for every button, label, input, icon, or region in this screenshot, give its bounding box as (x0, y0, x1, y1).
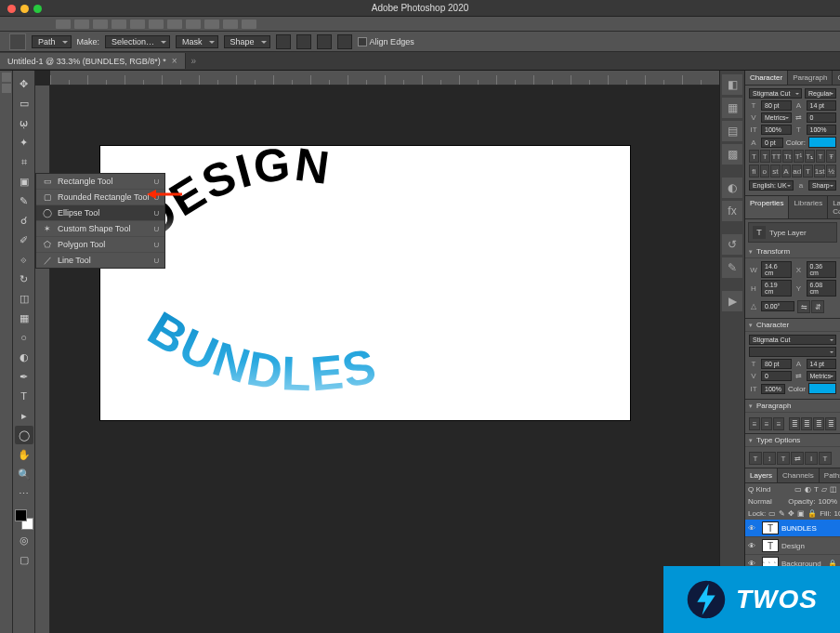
flip-h-icon[interactable]: ⇋ (797, 300, 810, 313)
vscale-field[interactable]: 100% (761, 125, 792, 135)
comments-panel-icon[interactable]: ✎ (722, 257, 742, 278)
font-size-field[interactable]: 80 pt (761, 100, 792, 111)
make-selection-button[interactable]: Selection… (105, 35, 170, 48)
prop-font-select[interactable]: Stigmata Cut (749, 335, 836, 345)
tab-properties[interactable]: Properties (745, 196, 789, 218)
kerning-select[interactable]: Metrics (761, 112, 792, 123)
gradient-tool[interactable]: ▦ (15, 309, 33, 327)
antialias-select[interactable]: Sharp (808, 180, 836, 191)
eye-icon[interactable]: 👁 (748, 524, 759, 533)
screen-mode[interactable]: ▢ (15, 550, 33, 569)
prop-style-select[interactable] (749, 347, 836, 357)
prop-tracking-field[interactable]: 0 (761, 371, 792, 381)
path-arrange[interactable] (317, 34, 332, 49)
gradient-panel-icon[interactable]: ▤ (722, 121, 742, 141)
adjustments-panel-icon[interactable]: ◐ (722, 178, 742, 198)
eraser-tool[interactable]: ◫ (15, 289, 33, 308)
character-panel-tabs[interactable]: Character Paragraph Glyphs (745, 71, 840, 86)
typeoptions-buttons[interactable]: T↕T⇄IT (749, 452, 836, 465)
make-mask-button[interactable]: Mask (176, 35, 218, 48)
swatches-panel-icon[interactable]: ▦ (722, 98, 742, 118)
crop-tool[interactable]: ⌗ (15, 152, 33, 171)
document-tab[interactable]: Untitled-1 @ 33.3% (BUNDLES, RGB/8*) *× (0, 53, 186, 69)
layers-panel-tabs[interactable]: Layers Channels Paths (745, 468, 840, 483)
angle-field[interactable]: 0.00° (761, 301, 794, 311)
flip-v-icon[interactable]: ⇵ (811, 300, 824, 313)
fill-field[interactable]: 100% (834, 509, 840, 518)
layer-row[interactable]: 👁TDesign (745, 537, 840, 555)
actions-panel-icon[interactable]: ▶ (722, 291, 742, 311)
properties-panel-tabs[interactable]: Properties Libraries Layer Comps (745, 196, 840, 219)
tab-layers[interactable]: Layers (745, 468, 778, 482)
pen-tool[interactable]: ✒ (15, 367, 33, 386)
wand-tool[interactable]: ✦ (15, 133, 33, 152)
history-panel-icon[interactable]: ↺ (722, 234, 742, 255)
marquee-tool[interactable]: ▭ (15, 94, 33, 112)
height-field[interactable]: 6.19 cm (761, 280, 792, 297)
tab-layercomps[interactable]: Layer Comps (828, 196, 840, 218)
brush-tool[interactable]: ✐ (15, 231, 33, 249)
make-shape-button[interactable]: Shape (224, 35, 270, 48)
lasso-tool[interactable]: ῳ (15, 113, 33, 132)
character-section[interactable]: Character (745, 319, 840, 332)
layer-row[interactable]: 👁TBUNDLES (745, 520, 840, 537)
type-tool[interactable]: T (15, 387, 33, 405)
close-tab-icon[interactable]: × (172, 56, 177, 66)
tab-paragraph[interactable]: Paragraph (788, 71, 833, 85)
hscale-field[interactable]: 100% (807, 125, 837, 135)
flyout-rrect-tool[interactable]: ▢Rounded Rectangle ToolU (36, 190, 164, 205)
window-controls[interactable] (7, 5, 42, 13)
text-color-swatch[interactable] (808, 137, 836, 148)
transform-section[interactable]: Transform (745, 245, 840, 258)
tab-paths[interactable]: Paths (820, 468, 840, 482)
baseline-field[interactable]: 0 pt (761, 138, 783, 148)
ruler-horizontal[interactable]: 0246810121416182022242628303234 (50, 71, 719, 86)
heal-tool[interactable]: ☌ (15, 211, 33, 230)
hand-tool[interactable]: ✋ (15, 445, 33, 464)
lang-select[interactable]: English: UK (749, 180, 794, 191)
paragraph-align-buttons[interactable]: ≡≡≡≣≣≣≣ (749, 417, 836, 430)
edit-toolbar[interactable]: ⋯ (15, 484, 33, 503)
path-op-combine[interactable] (276, 34, 291, 49)
quick-mask[interactable]: ◎ (15, 531, 33, 549)
prop-color-swatch[interactable] (808, 383, 836, 394)
leading-field[interactable]: 14 pt (807, 100, 837, 111)
blur-tool[interactable]: ○ (15, 328, 33, 347)
styles-panel-icon[interactable]: fx (722, 201, 742, 221)
shape-tool[interactable]: ◯ (15, 426, 33, 444)
ruler-vertical[interactable] (35, 86, 50, 633)
move-tool[interactable]: ✥ (15, 74, 33, 93)
y-field[interactable]: 6.08 cm (807, 280, 837, 297)
tracking-field[interactable]: 0 (807, 112, 837, 123)
flyout-rect-tool[interactable]: ▭Rectangle ToolU (36, 174, 164, 190)
path-align[interactable] (296, 34, 311, 49)
tab-channels[interactable]: Channels (778, 468, 820, 482)
flyout-custom-tool[interactable]: ✶Custom Shape ToolU (36, 221, 164, 237)
flyout-ellipse-tool[interactable]: ◯Ellipse ToolU (36, 205, 164, 221)
prop-leading-field[interactable]: 14 pt (807, 359, 837, 369)
zoom-tool[interactable]: 🔍 (15, 465, 33, 483)
prop-size-field[interactable]: 80 pt (761, 359, 792, 369)
flyout-line-tool[interactable]: ／Line ToolU (36, 253, 164, 268)
tab-glyphs[interactable]: Glyphs (833, 71, 840, 85)
type-style-buttons[interactable]: TTTTTtT¹T₁TŦ (749, 150, 836, 163)
tab-overflow-icon[interactable]: » (186, 56, 203, 66)
active-tool-icon[interactable] (9, 33, 26, 50)
history-brush-tool[interactable]: ↻ (15, 270, 33, 288)
frame-tool[interactable]: ▣ (15, 172, 33, 191)
width-field[interactable]: 14.6 cm (761, 261, 792, 278)
flyout-poly-tool[interactable]: ⬠Polygon ToolU (36, 237, 164, 253)
path-gear[interactable] (337, 34, 352, 49)
blend-mode-select[interactable]: Normal (748, 497, 785, 506)
x-field[interactable]: 0.36 cm (807, 261, 837, 278)
eye-icon[interactable]: 👁 (748, 542, 759, 550)
opentype-buttons[interactable]: fiostAadT1st½ (749, 165, 836, 178)
layer-filter-select[interactable]: Q Kind (748, 485, 792, 494)
prop-kerning-field[interactable]: Metrics (807, 371, 837, 381)
pattern-panel-icon[interactable]: ▩ (722, 144, 742, 165)
font-style-select[interactable]: Regular (805, 88, 836, 99)
paragraph-section[interactable]: Paragraph (745, 400, 840, 413)
opacity-field[interactable]: 100% (819, 497, 837, 506)
tab-character[interactable]: Character (745, 71, 788, 85)
menubar[interactable] (0, 17, 840, 32)
